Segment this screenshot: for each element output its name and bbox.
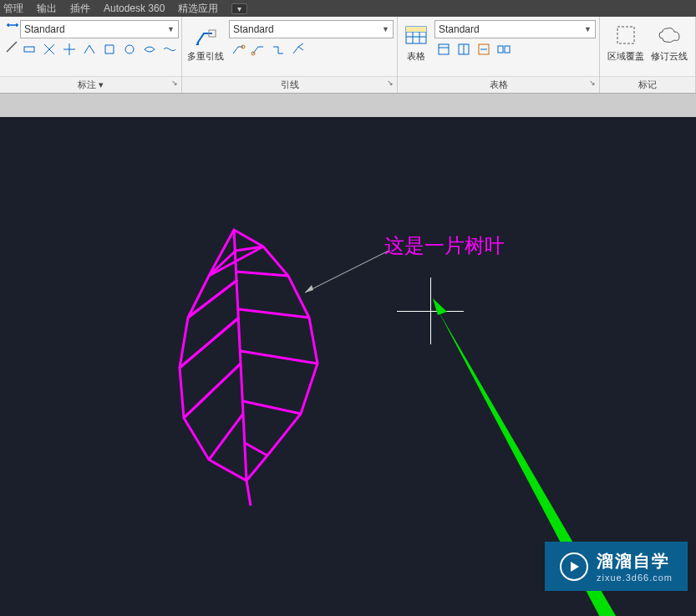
leader-tool-2-icon[interactable]	[249, 40, 267, 59]
panel-label-markup[interactable]: 标记	[600, 76, 695, 93]
dim-tool-7-icon[interactable]	[140, 40, 159, 59]
watermark: 溜溜自学 zixue.3d66.com	[545, 542, 688, 591]
watermark-play-icon	[560, 552, 588, 581]
ribbon-panel-table: 表格 Standard ▼ 表格 ↘	[398, 17, 600, 93]
ribbon-panel-annotation: Standard ▼ 标注 ▾ ↘	[0, 17, 182, 93]
table-tool[interactable]: 表格	[401, 20, 431, 64]
table-tool-3-icon[interactable]	[475, 40, 493, 59]
multileader-label: 多重引线	[187, 50, 224, 63]
panel-expand-icon[interactable]: ↘	[171, 79, 178, 87]
leader-tool-4-icon[interactable]	[289, 40, 307, 59]
menubar: 管理 输出 插件 Autodesk 360 精选应用 ▾	[0, 0, 696, 17]
table-style-combo[interactable]: Standard ▼	[434, 20, 596, 38]
leader-tool-1-icon[interactable]	[229, 40, 247, 59]
svg-point-1	[125, 45, 134, 53]
panel-label-annotation[interactable]: 标注 ▾ ↘	[0, 76, 181, 93]
panel-label-table[interactable]: 表格 ↘	[398, 76, 599, 93]
panel-expand-icon[interactable]: ↘	[387, 79, 394, 87]
dim-style-combo[interactable]: Standard ▼	[20, 20, 179, 38]
table-label: 表格	[407, 50, 425, 63]
chevron-down-icon: ▼	[167, 25, 175, 33]
table-tool-4-icon[interactable]	[495, 40, 513, 59]
menu-autodesk360[interactable]: Autodesk 360	[104, 3, 165, 14]
panel-label-leader[interactable]: 引线 ↘	[182, 76, 397, 93]
ribbon-panel-leader: 多重引线 Standard ▼ 引线 ↘	[182, 17, 398, 93]
ribbon: Standard ▼ 标注 ▾ ↘	[0, 17, 696, 94]
wipeout-label: 区域覆盖	[607, 50, 644, 63]
svg-marker-24	[571, 562, 579, 572]
annotation-text: 这是一片树叶	[384, 232, 505, 259]
menu-manage[interactable]: 管理	[3, 2, 23, 16]
tool-dim-linear-icon[interactable]	[3, 20, 22, 38]
menu-dropdown-icon[interactable]: ▾	[231, 3, 247, 14]
dim-tool-5-icon[interactable]	[100, 40, 119, 59]
menu-plugins[interactable]: 插件	[70, 2, 90, 16]
canvas-tab-area	[0, 94, 696, 117]
leader-style-value: Standard	[233, 23, 274, 35]
wipeout-tool[interactable]: 区域覆盖	[606, 20, 646, 64]
dim-tool-3-icon[interactable]	[60, 40, 79, 59]
drawing-canvas[interactable]: 这是一片树叶 溜溜自学 zixue.3d66.com	[0, 117, 696, 616]
svg-marker-22	[433, 298, 447, 315]
table-style-value: Standard	[439, 23, 480, 35]
svg-rect-17	[498, 46, 503, 53]
dim-tool-2-icon[interactable]	[40, 40, 58, 59]
ribbon-panel-markup: 区域覆盖 修订云线 标记	[600, 17, 696, 93]
svg-line-20	[305, 251, 389, 293]
svg-marker-21	[305, 285, 313, 293]
chevron-down-icon: ▼	[584, 25, 592, 33]
dim-tool-6-icon[interactable]	[120, 40, 139, 59]
svg-rect-12	[439, 44, 449, 54]
dim-tool-4-icon[interactable]	[80, 40, 99, 59]
menu-featured[interactable]: 精选应用	[178, 2, 218, 16]
svg-rect-18	[505, 46, 510, 53]
dim-style-value: Standard	[24, 23, 65, 35]
dim-tool-8-icon[interactable]	[160, 40, 179, 59]
panel-expand-icon[interactable]: ↘	[589, 79, 596, 87]
dim-tool-1-icon[interactable]	[20, 40, 38, 59]
revcloud-tool[interactable]: 修订云线	[649, 20, 689, 64]
revcloud-label: 修订云线	[651, 50, 688, 63]
leader-line	[297, 247, 397, 305]
menu-output[interactable]: 输出	[37, 2, 57, 16]
watermark-title: 溜溜自学	[597, 550, 673, 573]
svg-rect-0	[24, 47, 34, 52]
svg-rect-19	[617, 27, 634, 43]
table-tool-2-icon[interactable]	[455, 40, 473, 59]
table-tool-1-icon[interactable]	[434, 40, 453, 59]
leader-tool-3-icon[interactable]	[269, 40, 287, 59]
chevron-down-icon: ▼	[382, 25, 389, 33]
watermark-subtitle: zixue.3d66.com	[597, 573, 673, 583]
multileader-tool[interactable]: 多重引线	[185, 20, 226, 64]
svg-rect-11	[406, 27, 426, 32]
leader-style-combo[interactable]: Standard ▼	[229, 20, 394, 38]
tool-dim-sub-icon[interactable]	[3, 38, 22, 57]
